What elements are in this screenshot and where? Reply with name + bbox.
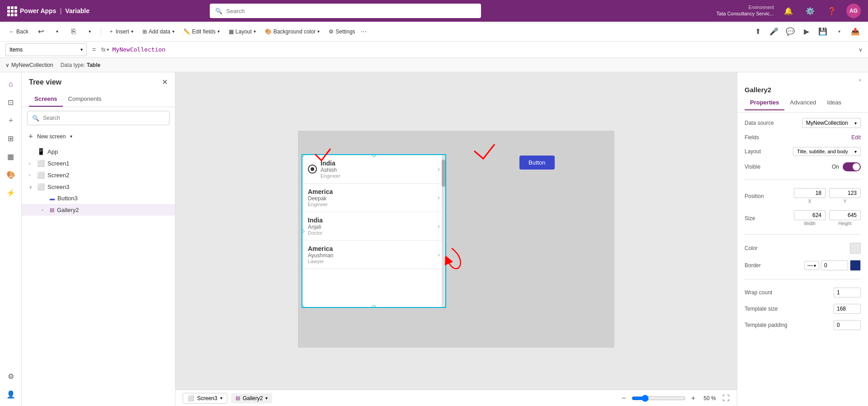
comment-button[interactable]: 💬	[783, 24, 797, 39]
publish-button[interactable]: 📤	[848, 24, 863, 39]
media-icon-btn[interactable]: ▦	[3, 148, 19, 165]
tree-item-gallery2[interactable]: › ▤ Gallery2 ···	[22, 204, 175, 216]
global-search-input[interactable]	[226, 8, 476, 14]
avatar[interactable]: AG	[846, 4, 861, 18]
new-screen-button[interactable]: ＋ New screen ▾	[22, 129, 175, 144]
gallery-item-title-3: America	[308, 245, 438, 252]
copy-button[interactable]: ⎘	[66, 24, 81, 39]
paste-dropdown[interactable]: ▾	[83, 24, 97, 39]
wrap-count-input[interactable]	[834, 288, 861, 297]
tree-item-button3[interactable]: ▬ Button3	[22, 193, 175, 204]
gallery-scrollbar[interactable]	[442, 155, 445, 307]
handle-bottom-left[interactable]	[302, 305, 304, 308]
tree-item-screen1[interactable]: › ⬜ Screen1	[22, 157, 175, 169]
right-tab-advanced[interactable]: Advanced	[784, 95, 821, 110]
handle-bottom-middle[interactable]	[372, 305, 376, 308]
position-y-input[interactable]	[829, 188, 861, 198]
size-width-input[interactable]	[794, 210, 826, 220]
size-height-label: Height	[839, 221, 852, 226]
color-swatch[interactable]	[850, 243, 861, 254]
chevron-icon-s1: ›	[29, 161, 34, 166]
canvas-button[interactable]: Button	[519, 156, 555, 170]
bottom-bar: ⬜ Screen3 ▾ ▤ Gallery2 ▾ − + 50 % ⛶	[175, 390, 737, 406]
save-button[interactable]: 💾	[816, 24, 830, 39]
tree-item-screen2[interactable]: › ⬜ Screen2	[22, 169, 175, 181]
gallery-item-1[interactable]: America Deepak Engineer ›	[302, 184, 445, 212]
settings-btn[interactable]: ⚙ Settings	[325, 24, 359, 39]
back-button[interactable]: ← Back	[5, 24, 32, 39]
tab-components[interactable]: Components	[63, 92, 107, 107]
formula-input[interactable]	[113, 46, 855, 53]
gallery-item-0[interactable]: India Ashish Engineer ›	[302, 155, 445, 184]
divider-3	[745, 279, 861, 279]
datatype-bar: ∨ MyNewCollection Data type: Table	[0, 58, 868, 72]
play-button[interactable]: ▶	[799, 24, 814, 39]
tree-item-app[interactable]: 📱 App	[22, 146, 175, 157]
visible-toggle[interactable]	[843, 162, 861, 171]
global-search-bar[interactable]: 🔍	[210, 4, 481, 18]
sidebar-close-button[interactable]: ✕	[162, 78, 168, 86]
size-height-input[interactable]	[829, 210, 861, 220]
formula-expand-icon[interactable]: ∨	[859, 47, 863, 53]
template-size-input[interactable]	[834, 304, 861, 314]
more-options-button[interactable]: ···	[361, 28, 367, 36]
fx-button[interactable]: fx ▾	[101, 47, 108, 53]
variables-icon-btn[interactable]: ⚡	[3, 184, 19, 201]
right-tab-properties[interactable]: Properties	[745, 95, 784, 110]
insert-button[interactable]: ＋ Insert ▾	[105, 24, 137, 39]
save-dropdown[interactable]: ▾	[832, 24, 846, 39]
fields-edit-link[interactable]: Edit	[851, 134, 861, 141]
collection-chip[interactable]: ∨ MyNewCollection	[5, 62, 53, 68]
settings-button[interactable]: ⚙️	[803, 4, 817, 18]
expand-button[interactable]: ⛶	[722, 394, 730, 402]
zoom-in-button[interactable]: +	[689, 394, 697, 402]
zoom-out-button[interactable]: −	[620, 394, 627, 402]
screen-tab[interactable]: ⬜ Screen3 ▾	[183, 393, 227, 404]
gallery-container[interactable]: India Ashish Engineer › America Deepak E…	[302, 154, 446, 308]
right-panel: › Gallery2 Properties Advanced Ideas Dat…	[737, 72, 868, 406]
gallery-item-2[interactable]: India Anjali Doctor ›	[302, 212, 445, 241]
components-icon-btn[interactable]: ⊡	[3, 94, 19, 110]
sidebar-search-bar[interactable]: 🔍	[27, 111, 170, 125]
tree-item-screen3[interactable]: ∨ ⬜ Screen3	[22, 181, 175, 193]
undo-dropdown[interactable]: ▾	[50, 24, 65, 39]
template-padding-input[interactable]	[834, 320, 861, 330]
theme-icon-btn[interactable]: 🎨	[3, 166, 19, 183]
property-selector[interactable]: Items ▾	[5, 43, 87, 56]
insert-icon-btn[interactable]: ＋	[3, 112, 19, 128]
data-icon-btn[interactable]: ⊞	[3, 130, 19, 146]
add-data-icon: ⊞	[142, 28, 147, 35]
chevron-down-icon-prop: ▾	[80, 47, 83, 52]
border-width-input[interactable]	[821, 260, 848, 270]
notifications-button[interactable]: 🔔	[781, 4, 796, 18]
add-data-button[interactable]: ⊞ Add data ▾	[139, 24, 178, 39]
share-button[interactable]: ⬆	[750, 24, 765, 39]
sidebar-search-input[interactable]	[43, 115, 165, 121]
border-style-dropdown[interactable]: — ▾	[804, 261, 819, 270]
button3-icon: ▬	[50, 196, 55, 201]
layout-dropdown[interactable]: Title, subtitle, and body ▾	[793, 147, 861, 156]
mic-button[interactable]: 🎤	[767, 24, 781, 39]
settings-side-icon-btn[interactable]: ⚙	[3, 368, 19, 384]
gallery-tab[interactable]: ▤ Gallery2 ▾	[231, 393, 273, 403]
right-tab-ideas[interactable]: Ideas	[821, 95, 847, 110]
tab-screens[interactable]: Screens	[29, 92, 63, 107]
layout-button[interactable]: ▦ Layout ▾	[225, 24, 259, 39]
gallery-scrollbar-thumb[interactable]	[442, 160, 445, 187]
zoom-control: − + 50 % ⛶	[620, 394, 730, 402]
edit-fields-button[interactable]: ✏️ Edit fields ▾	[180, 24, 223, 39]
position-x-input[interactable]	[794, 188, 826, 198]
gallery-item-3[interactable]: America Ayushman Lawyer ›	[302, 241, 445, 269]
home-icon-btn[interactable]: ⌂	[3, 76, 19, 92]
user-icon-btn[interactable]: 👤	[3, 386, 19, 402]
border-color-swatch[interactable]	[850, 260, 861, 271]
right-panel-collapse-icon[interactable]: ›	[859, 77, 861, 83]
data-source-dropdown[interactable]: MyNewCollection ▾	[802, 118, 861, 128]
help-button[interactable]: ❓	[825, 4, 839, 18]
gallery-item-content-1: America Deepak Engineer	[308, 188, 438, 207]
background-color-button[interactable]: 🎨 Background color ▾	[261, 24, 323, 39]
equals-sign: =	[90, 46, 98, 53]
gallery-item-content-0: India Ashish Engineer	[321, 160, 438, 179]
zoom-slider[interactable]	[632, 395, 686, 402]
undo-button[interactable]: ↩	[34, 24, 48, 39]
